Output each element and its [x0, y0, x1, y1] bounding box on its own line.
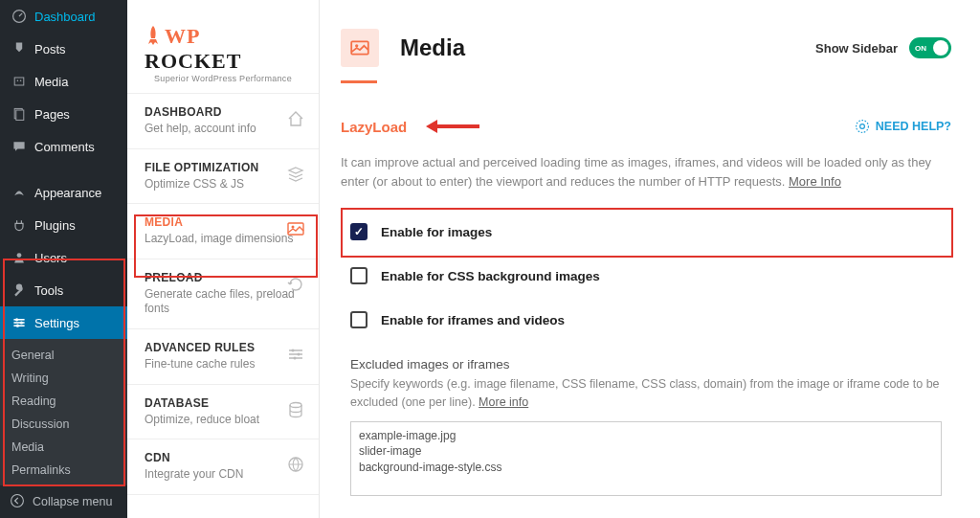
page-title: Media: [400, 34, 815, 61]
checkbox-label[interactable]: Enable for CSS background images: [381, 269, 600, 283]
settings-icon: [10, 313, 29, 332]
help-icon: [855, 119, 870, 134]
sidebar-label: Settings: [34, 316, 79, 330]
rocket-nav-dashboard[interactable]: DASHBOARDGet help, account info: [127, 93, 319, 148]
more-info-link-2[interactable]: More info: [479, 395, 528, 409]
accent-bar: [341, 80, 377, 83]
collapse-menu[interactable]: Collapse menu: [0, 485, 127, 518]
svg-point-16: [292, 349, 295, 351]
database-icon: [286, 400, 305, 419]
svg-point-11: [20, 321, 23, 324]
arrow-annotation-icon: [424, 117, 481, 136]
checkbox-enable-images[interactable]: [350, 223, 368, 240]
dashboard-icon: [10, 7, 29, 26]
checkbox-enable-css-bg[interactable]: [350, 267, 368, 284]
rocket-nav-desc: Fine-tune cache rules: [145, 357, 301, 372]
sidebar-label: Media: [34, 75, 68, 89]
sidebar-item-dashboard[interactable]: Dashboard: [0, 0, 127, 33]
svg-point-19: [290, 402, 301, 407]
rocket-nav-media[interactable]: MEDIALazyLoad, image dimensions: [127, 203, 319, 259]
sub-general[interactable]: General: [0, 344, 127, 367]
rocket-nav: DASHBOARDGet help, account info FILE OPT…: [127, 93, 319, 495]
sidebar-label: Posts: [34, 42, 66, 56]
rocket-nav-title: CDN: [145, 451, 301, 464]
rocket-nav-title: PRELOAD: [145, 271, 301, 284]
collapse-label: Collapse menu: [33, 495, 112, 508]
rocket-nav-desc: Optimize CSS & JS: [145, 177, 301, 192]
sub-discussion[interactable]: Discussion: [0, 413, 127, 436]
toggle-on-text: ON: [915, 44, 926, 53]
sub-reading[interactable]: Reading: [0, 390, 127, 413]
sidebar-item-tools[interactable]: Tools: [0, 274, 127, 306]
svg-point-18: [294, 356, 297, 359]
svg-point-25: [859, 124, 864, 129]
show-sidebar-toggle[interactable]: ON: [909, 37, 951, 58]
sidebar-item-settings[interactable]: Settings: [0, 306, 127, 339]
rocket-nav-desc: Generate cache files, preload fonts: [145, 287, 301, 317]
sidebar-item-pages[interactable]: Pages: [0, 98, 127, 130]
appearance-icon: [10, 183, 29, 202]
rocket-nav-title: FILE OPTIMIZATION: [145, 161, 301, 174]
logo: WP ROCKET Superior WordPress Performance: [127, 0, 319, 93]
collapse-icon: [10, 493, 27, 510]
sidebar-item-comments[interactable]: Comments: [0, 130, 127, 163]
comments-icon: [10, 137, 29, 156]
media-icon: [10, 72, 29, 91]
sidebar-item-appearance[interactable]: Appearance: [0, 176, 127, 209]
rocket-nav-advanced[interactable]: ADVANCED RULESFine-tune cache rules: [127, 328, 319, 384]
rocket-nav-file-opt[interactable]: FILE OPTIMIZATIONOptimize CSS & JS: [127, 148, 319, 204]
svg-point-6: [17, 253, 22, 258]
rocket-nav-desc: LazyLoad, image dimensions: [145, 232, 301, 247]
excluded-heading: Excluded images or iframes: [350, 357, 951, 372]
svg-point-12: [16, 325, 19, 327]
checkbox-label[interactable]: Enable for iframes and videos: [381, 313, 565, 327]
sidebar-item-media[interactable]: Media: [0, 65, 127, 98]
sidebar-label: Dashboard: [34, 10, 96, 24]
excluded-textarea[interactable]: [350, 421, 942, 496]
rocket-nav-preload[interactable]: PRELOADGenerate cache files, preload fon…: [127, 259, 319, 328]
sidebar-label: Comments: [34, 140, 95, 154]
sub-permalinks[interactable]: Permalinks: [0, 459, 127, 482]
sub-writing[interactable]: Writing: [0, 367, 127, 390]
rocket-nav-desc: Optimize, reduce bloat: [145, 413, 301, 428]
svg-point-24: [856, 121, 868, 133]
sidebar-label: Pages: [34, 107, 70, 122]
svg-point-17: [298, 352, 301, 355]
toggle-knob: [933, 40, 948, 56]
checkbox-enable-iframes[interactable]: [350, 311, 368, 328]
sidebar-item-users[interactable]: Users: [0, 241, 127, 274]
image-icon: [286, 219, 305, 238]
check-enable-images: Enable for images: [341, 210, 951, 254]
pin-icon: [10, 39, 29, 58]
check-enable-css-bg: Enable for CSS background images: [341, 254, 951, 298]
section-description: It can improve actual and perceived load…: [341, 153, 951, 191]
checkbox-label[interactable]: Enable for images: [381, 225, 492, 239]
sidebar-item-plugins[interactable]: Plugins: [0, 209, 127, 241]
sub-media[interactable]: Media: [0, 436, 127, 459]
rocket-nav-title: DASHBOARD: [145, 105, 301, 119]
rocket-panel: WP ROCKET Superior WordPress Performance…: [127, 0, 320, 518]
check-enable-iframes: Enable for iframes and videos: [341, 298, 951, 342]
wp-admin-sidebar: Dashboard Posts Media Pages Comments App…: [0, 0, 127, 518]
rocket-nav-title: MEDIA: [145, 215, 301, 229]
svg-point-13: [11, 495, 24, 507]
sliders-icon: [286, 345, 305, 364]
sidebar-label: Plugins: [34, 218, 76, 233]
show-sidebar-label: Show Sidebar: [815, 41, 898, 56]
header-image-icon: [341, 29, 379, 67]
section-header: LazyLoad NEED HELP?: [341, 117, 951, 136]
rocket-nav-database[interactable]: DATABASEOptimize, reduce bloat: [127, 384, 319, 439]
plugins-icon: [10, 215, 29, 235]
more-info-link[interactable]: More Info: [789, 174, 841, 189]
sidebar-item-posts[interactable]: Posts: [0, 33, 127, 65]
rocket-nav-cdn[interactable]: CDNIntegrate your CDN: [127, 439, 319, 495]
logo-rocket: ROCKET: [145, 49, 241, 73]
sidebar-label: Tools: [34, 283, 63, 298]
logo-wp: WP: [165, 24, 199, 48]
need-help-link[interactable]: NEED HELP?: [855, 119, 951, 134]
need-help-label: NEED HELP?: [876, 120, 951, 133]
home-icon: [286, 109, 305, 128]
layers-icon: [286, 165, 305, 184]
rocket-icon: [145, 25, 162, 46]
svg-point-15: [292, 226, 295, 229]
